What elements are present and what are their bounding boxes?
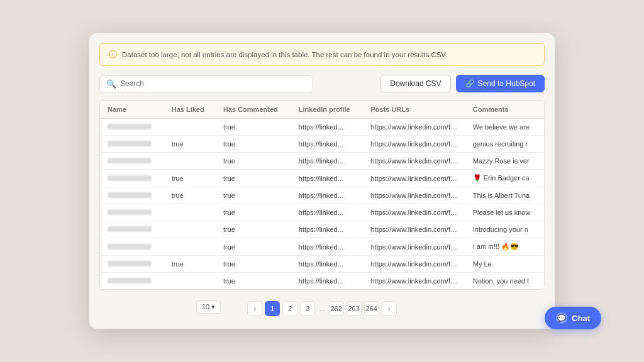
- cell-posts: https://www.linkedin.com/feed/up...: [363, 221, 465, 238]
- pagination-ellipsis: ...: [318, 305, 326, 312]
- prev-page-button[interactable]: ‹: [247, 301, 262, 316]
- page-2-button[interactable]: 2: [282, 301, 297, 316]
- cell-name: [100, 221, 164, 238]
- chat-button[interactable]: 💬 Chat: [545, 307, 601, 329]
- table-row: truehttps://linked...https://www.linkedi…: [100, 238, 544, 256]
- cell-linkedin: https://linked...: [291, 221, 364, 238]
- table-row: truehttps://linked...https://www.linkedi…: [100, 119, 544, 136]
- cell-has-commented: true: [216, 119, 291, 136]
- table-row: truehttps://linked...https://www.linkedi…: [100, 221, 544, 238]
- cell-linkedin: https://linked...: [291, 136, 364, 153]
- cell-comments: This is Albert Tuna: [465, 187, 544, 204]
- search-icon: 🔍: [106, 79, 116, 89]
- cell-linkedin: https://linked...: [291, 238, 364, 256]
- table-row: truehttps://linked...https://www.linkedi…: [100, 153, 544, 170]
- cell-comments: genius recruiting r: [465, 136, 544, 153]
- cell-posts: https://www.linkedin.com/feed/up...: [363, 204, 465, 221]
- cell-name: [100, 136, 164, 153]
- cell-has-commented: true: [216, 204, 291, 221]
- send-hubspot-label: Send to HubSpot: [478, 79, 535, 88]
- col-name: Name: [100, 101, 164, 119]
- cell-posts: https://www.linkedin.com/feed/up...: [363, 256, 465, 273]
- page-size-chevron: ▾: [211, 303, 215, 311]
- cell-has-commented: true: [216, 136, 291, 153]
- page-1-button[interactable]: 1: [265, 301, 280, 316]
- cell-name: [100, 204, 164, 221]
- data-table: Name Has Liked Has Commented LinkedIn pr…: [100, 101, 544, 289]
- cell-has-liked: true: [164, 256, 216, 273]
- table-row: truehttps://linked...https://www.linkedi…: [100, 273, 544, 290]
- chat-label: Chat: [572, 314, 590, 323]
- col-posts: Posts URLs: [363, 101, 465, 119]
- cell-linkedin: https://linked...: [291, 187, 364, 204]
- cell-posts: https://www.linkedin.com/feed/up...: [363, 119, 465, 136]
- search-input[interactable]: [120, 79, 306, 88]
- cell-name: [100, 256, 164, 273]
- cell-has-commented: true: [216, 238, 291, 256]
- search-box[interactable]: 🔍: [99, 75, 313, 92]
- table-row: truetruehttps://linked...https://www.lin…: [100, 187, 544, 204]
- cell-posts: https://www.linkedin.com/feed/up...: [363, 238, 465, 256]
- cell-linkedin: https://linked...: [291, 153, 364, 170]
- cell-posts: https://www.linkedin.com/feed/up...: [363, 136, 465, 153]
- cell-has-liked: [164, 273, 216, 290]
- cell-has-liked: [164, 221, 216, 238]
- cell-has-commented: true: [216, 221, 291, 238]
- cell-linkedin: https://linked...: [291, 256, 364, 273]
- pagination: ‹ 1 2 3 ... 262 263 264 ›: [247, 295, 396, 319]
- cell-has-liked: true: [164, 170, 216, 187]
- cell-name: [100, 119, 164, 136]
- warning-text: Dataset too large; not all entries are d…: [122, 51, 447, 58]
- chat-icon: 💬: [556, 312, 567, 324]
- cell-comments: Introducing your n: [465, 221, 544, 238]
- cell-comments: I am in!!! 🔥😎: [465, 238, 544, 256]
- cell-has-liked: true: [164, 136, 216, 153]
- cell-name: [100, 273, 164, 290]
- table-header-row: Name Has Liked Has Commented LinkedIn pr…: [100, 101, 544, 119]
- cell-has-commented: true: [216, 187, 291, 204]
- cell-comments: 🌹 Erin Badger ca: [465, 170, 544, 187]
- col-comments: Comments: [465, 101, 544, 119]
- send-hubspot-button[interactable]: 🔗 Send to HubSpot: [456, 75, 545, 92]
- page-size-value: 10: [202, 303, 209, 310]
- page-262-button[interactable]: 262: [329, 301, 344, 316]
- main-window: ⓘ Dataset too large; not all entries are…: [89, 33, 555, 329]
- page-264-button[interactable]: 264: [364, 301, 379, 316]
- table-row: truetruehttps://linked...https://www.lin…: [100, 136, 544, 153]
- next-page-button[interactable]: ›: [382, 301, 397, 316]
- cell-posts: https://www.linkedin.com/feed/up...: [363, 170, 465, 187]
- cell-has-liked: [164, 204, 216, 221]
- col-linkedin: LinkedIn profile: [291, 101, 364, 119]
- warning-banner: ⓘ Dataset too large; not all entries are…: [99, 43, 545, 66]
- table-row: truetruehttps://linked...https://www.lin…: [100, 170, 544, 187]
- cell-has-commented: true: [216, 273, 291, 290]
- cell-has-liked: [164, 153, 216, 170]
- page-3-button[interactable]: 3: [300, 301, 315, 316]
- warning-icon: ⓘ: [109, 49, 117, 60]
- cell-comments: We believe we are: [465, 119, 544, 136]
- col-has-commented: Has Commented: [216, 101, 291, 119]
- cell-name: [100, 170, 164, 187]
- cell-name: [100, 153, 164, 170]
- hubspot-icon: 🔗: [465, 79, 475, 88]
- cell-has-commented: true: [216, 153, 291, 170]
- button-group: Download CSV 🔗 Send to HubSpot: [380, 75, 545, 92]
- cell-linkedin: https://linked...: [291, 170, 364, 187]
- cell-name: [100, 238, 164, 256]
- toolbar: 🔍 Download CSV 🔗 Send to HubSpot: [99, 75, 545, 92]
- col-has-liked: Has Liked: [164, 101, 216, 119]
- page-size-selector[interactable]: 10 ▾: [196, 300, 221, 314]
- download-csv-button[interactable]: Download CSV: [380, 75, 450, 92]
- page-263-button[interactable]: 263: [347, 301, 362, 316]
- cell-posts: https://www.linkedin.com/feed/up...: [363, 273, 465, 290]
- table-row: truetruehttps://linked...https://www.lin…: [100, 256, 544, 273]
- cell-comments: Mazzy Rose is ver: [465, 153, 544, 170]
- cell-linkedin: https://linked...: [291, 119, 364, 136]
- cell-comments: Notion, you need t: [465, 273, 544, 290]
- cell-has-liked: [164, 119, 216, 136]
- cell-comments: Please let us know: [465, 204, 544, 221]
- cell-posts: https://www.linkedin.com/feed/up...: [363, 153, 465, 170]
- cell-has-liked: true: [164, 187, 216, 204]
- pagination-wrapper: 10 ▾ ‹ 1 2 3 ... 262 263 264 ›: [99, 295, 545, 319]
- cell-name: [100, 187, 164, 204]
